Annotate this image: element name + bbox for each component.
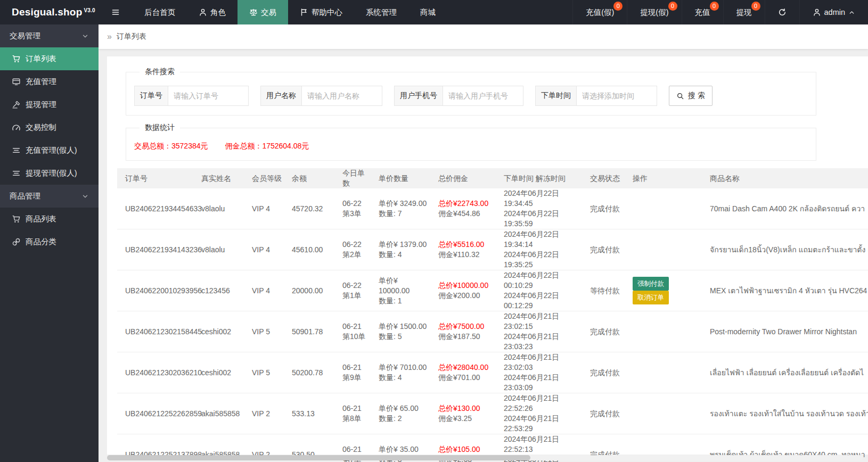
order-id: UB2406221934143236 bbox=[117, 245, 193, 255]
sidebar-toggle-button[interactable] bbox=[99, 0, 133, 24]
order-id: UB2406221934454633 bbox=[117, 204, 193, 214]
link-icon bbox=[12, 237, 21, 246]
real-name: akai585858 bbox=[193, 409, 244, 419]
product-name: MEX เตาไฟฟ้าฐานเซรามิก 4 หัวเตา รุ่น HVC… bbox=[702, 286, 868, 296]
withdraw-fake-badge: 0 bbox=[668, 2, 677, 11]
commission: 佣金¥701.00 bbox=[438, 373, 496, 383]
search-button[interactable]: 搜 索 bbox=[669, 86, 713, 106]
vip-level: VIP 4 bbox=[244, 245, 284, 255]
user-name-input[interactable] bbox=[302, 86, 382, 105]
tab-system-management[interactable]: 系统管理 bbox=[354, 0, 408, 24]
total-price: 总价¥105.00 bbox=[438, 444, 496, 455]
price-qty: 单价¥ 1379.00 数量: 4 bbox=[371, 240, 430, 260]
total-commission-amount: 佣金总额：1752604.08元 bbox=[225, 142, 309, 150]
table-row: UB2406212302158445 ceshi002 VIP 5 50901.… bbox=[117, 311, 868, 352]
order-id: UB2406212252262859 bbox=[117, 409, 193, 419]
real-name: v8laolu bbox=[193, 245, 244, 255]
header-real-name: 真实姓名 bbox=[193, 174, 244, 184]
real-name: ceshi002 bbox=[193, 368, 244, 378]
user-phone-field-group: 用户手机号 bbox=[394, 86, 523, 106]
header-balance: 余额 bbox=[284, 174, 334, 184]
cancel-order-button[interactable]: 取消订单 bbox=[633, 291, 669, 304]
main-content: 条件搜索 订单号 用户名称 用户手机号 下单时间 bbox=[99, 49, 868, 462]
user-menu[interactable]: admin bbox=[799, 0, 868, 24]
total-trade-amount: 交易总额：3572384元 bbox=[134, 142, 208, 150]
order-id: UB2406212302158445 bbox=[117, 327, 193, 337]
status-badge: 完成付款 bbox=[582, 327, 625, 337]
refresh-button[interactable] bbox=[765, 0, 799, 24]
table-header: 订单号 真实姓名 会员等级 余额 今日单数 单价数量 总价佣金 下单时间 解冻时… bbox=[117, 168, 868, 188]
force-pay-button[interactable]: 强制付款 bbox=[633, 277, 669, 291]
username: admin bbox=[824, 8, 846, 16]
stats-legend: 数据统计 bbox=[140, 123, 180, 133]
status-badge: 完成付款 bbox=[582, 245, 625, 255]
recharge-fake-button[interactable]: 充值(假)0 bbox=[572, 0, 627, 24]
top-nav: 后台首页 角色 交易 帮助中心 系统管理 商城 bbox=[99, 0, 572, 24]
withdraw-button[interactable]: 提现0 bbox=[723, 0, 765, 24]
price-qty: 单价¥ 7010.00 数量: 4 bbox=[371, 362, 430, 383]
total-price: 总价¥10000.00 bbox=[438, 280, 496, 291]
order-time-field-group: 下单时间 bbox=[535, 86, 657, 106]
vip-level: VIP 2 bbox=[244, 409, 284, 419]
commission: 佣金¥3.25 bbox=[438, 414, 496, 424]
total-price: 总价¥7500.00 bbox=[438, 321, 496, 332]
sidebar-item-order-list[interactable]: 订单列表 bbox=[0, 47, 99, 70]
user-phone-input[interactable] bbox=[443, 86, 523, 105]
real-name: c123456 bbox=[193, 286, 244, 296]
price-qty: 单价¥ 10000.00 数量: 1 bbox=[371, 276, 430, 306]
today-orders: 06-22 第1单 bbox=[334, 280, 371, 301]
list-icon bbox=[12, 146, 21, 155]
sidebar-item-trade-control[interactable]: 交易控制 bbox=[0, 116, 99, 139]
tab-roles[interactable]: 角色 bbox=[187, 0, 238, 24]
page-title: 订单列表 bbox=[117, 32, 146, 42]
header-vip-level: 会员等级 bbox=[244, 174, 284, 184]
balance: 45610.00 bbox=[284, 245, 334, 255]
brand-name: Desigual.shop bbox=[12, 6, 82, 18]
sidebar-item-product-list[interactable]: 商品列表 bbox=[0, 208, 99, 230]
recharge-button[interactable]: 充值0 bbox=[682, 0, 723, 24]
table-body: UB2406221934454633 v8laolu VIP 4 45720.3… bbox=[117, 188, 868, 462]
sidebar-item-withdraw-management-fake[interactable]: 提现管理(假人) bbox=[0, 162, 99, 185]
order-times: 2024年06月21日 23:02:15 2024年06月21日 23:03:2… bbox=[496, 311, 582, 352]
brand-logo: Desigual.shop V3.0 bbox=[0, 0, 99, 24]
sidebar-group-trade-management[interactable]: 交易管理 bbox=[0, 24, 99, 47]
search-form: 订单号 用户名称 用户手机号 下单时间 搜 索 bbox=[134, 86, 808, 106]
product-name: 70mai Dash Cam A400 2K กล้องติดรถยนต์ คว… bbox=[702, 204, 868, 214]
sidebar-item-withdraw-management[interactable]: 提现管理 bbox=[0, 93, 99, 116]
sidebar-group-product-management[interactable]: 商品管理 bbox=[0, 185, 99, 208]
order-id-input[interactable] bbox=[168, 86, 248, 105]
header-status: 交易状态 bbox=[582, 174, 625, 184]
total-price: 总价¥130.00 bbox=[438, 403, 496, 414]
total-commission: 总价¥5516.00 佣金¥110.32 bbox=[430, 240, 496, 260]
price-qty: 单价¥ 1500.00 数量: 5 bbox=[371, 321, 430, 342]
tab-help-center[interactable]: 帮助中心 bbox=[288, 0, 354, 24]
sidebar-item-recharge-management-fake[interactable]: 充值管理(假人) bbox=[0, 139, 99, 162]
today-orders: 06-22 第2单 bbox=[334, 240, 371, 260]
sidebar-item-recharge-management[interactable]: 充值管理 bbox=[0, 70, 99, 93]
search-legend: 条件搜索 bbox=[140, 67, 180, 77]
cart-icon bbox=[12, 214, 21, 224]
gauge-icon bbox=[12, 123, 21, 132]
tab-mall[interactable]: 商城 bbox=[408, 0, 447, 24]
table-row: UB2406212302036210 ceshi002 VIP 5 50200.… bbox=[117, 352, 868, 393]
total-commission: 总价¥10000.00 佣金¥200.00 bbox=[430, 280, 496, 301]
horizontal-scrollbar-thumb[interactable] bbox=[107, 455, 530, 460]
product-name: Post-modernity Two Drawer Mirror Nightst… bbox=[702, 327, 868, 337]
card-icon bbox=[12, 77, 21, 86]
sidebar-item-product-category[interactable]: 商品分类 bbox=[0, 230, 99, 253]
cart-icon bbox=[12, 54, 21, 63]
real-name: ceshi002 bbox=[193, 327, 244, 337]
header-order-id: 订单号 bbox=[117, 174, 193, 184]
total-price: 总价¥22743.00 bbox=[438, 199, 496, 209]
today-orders: 06-22 第3单 bbox=[334, 199, 371, 219]
brand-version: V3.0 bbox=[84, 7, 95, 13]
tab-dashboard[interactable]: 后台首页 bbox=[133, 0, 187, 24]
today-orders: 06-21 第8单 bbox=[334, 403, 371, 424]
tab-trade[interactable]: 交易 bbox=[238, 0, 288, 24]
order-time-input[interactable] bbox=[577, 86, 657, 105]
order-times: 2024年06月21日 22:52:26 2024年06月21日 22:53:2… bbox=[496, 393, 582, 434]
header-today-orders: 今日单数 bbox=[334, 168, 371, 188]
withdraw-fake-button[interactable]: 提现(假)0 bbox=[627, 0, 681, 24]
header-operations: 操作 bbox=[625, 174, 702, 184]
stats-line: 交易总额：3572384元 佣金总额：1752604.08元 bbox=[134, 142, 808, 151]
